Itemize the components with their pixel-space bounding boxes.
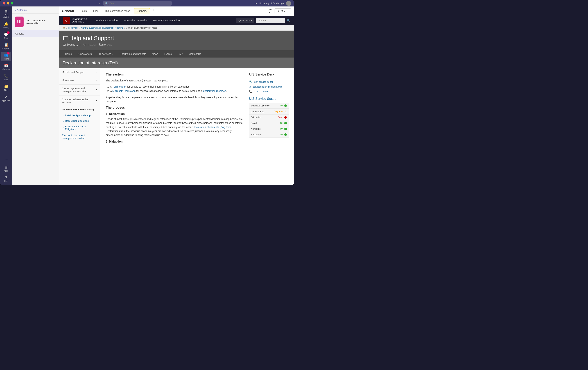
- sidebar-item-calls[interactable]: 📞 Calls: [1, 72, 11, 82]
- sidebar-item-assignments[interactable]: 📋 Assignme...: [1, 41, 11, 51]
- sidebar-link-install-approvals[interactable]: › Install the Approvals app: [59, 113, 100, 118]
- minimize-button[interactable]: [7, 2, 9, 4]
- teams-icon-bar: ⊞ Get started 🔔 Activity 💬3 Chat 📋 Assig…: [0, 7, 12, 185]
- logo-text: UNIVERSITY OF CAMBRIDGE: [72, 18, 87, 23]
- meet-button[interactable]: 🖥 Meet ▾: [274, 9, 291, 14]
- breadcrumb-central-systems[interactable]: Central systems and management reporting: [81, 27, 123, 29]
- doi-title: Declaration of Interests (DoI): [63, 61, 290, 65]
- declaration-recorded-link[interactable]: declaration recorded: [203, 90, 226, 92]
- all-teams-back-link[interactable]: ‹ All teams: [15, 9, 56, 11]
- warning-icon: ⚠: [284, 110, 287, 113]
- sidebar-item-chat[interactable]: 💬3 Chat: [1, 31, 11, 41]
- sidebar-edms-link[interactable]: Electronic document management system: [59, 132, 100, 142]
- nav-link-research[interactable]: Research at Cambridge: [150, 16, 183, 25]
- quick-links-button[interactable]: Quick links ▾: [236, 18, 254, 23]
- close-button[interactable]: [3, 2, 5, 4]
- sidebar-link-review-summary[interactable]: › Review Summary of Mitigations: [59, 124, 100, 132]
- hero-section: IT Help and Support University Informati…: [59, 31, 294, 50]
- breadcrumb-it-services[interactable]: IT services: [68, 27, 78, 29]
- sidebar-item-more[interactable]: ···: [1, 156, 11, 163]
- sub-nav-news[interactable]: News: [149, 50, 161, 58]
- sub-nav-contact[interactable]: Contact us ▾: [186, 50, 205, 58]
- channel-item-general[interactable]: General: [12, 30, 59, 37]
- sidebar-item-label: Approvals: [2, 100, 10, 102]
- sub-nav-it-services[interactable]: IT services ▾: [97, 50, 115, 58]
- sidebar-item-teams[interactable]: 👥8 Teams: [1, 51, 11, 61]
- add-tab-button[interactable]: +: [151, 8, 156, 14]
- chevron-down-icon: ▾: [172, 53, 173, 55]
- channel-tabs: Posts Files DOI committees report Suppor…: [78, 8, 156, 14]
- status-name-education: Education: [251, 116, 261, 119]
- status-dot-ok: [284, 104, 287, 107]
- service-status-title: UIS Service Status: [249, 97, 289, 101]
- title-bar: ‹ › 🔍 ··· University of Cambridge: [0, 0, 294, 7]
- content-right-sidebar: UIS Service Desk 🔧 Self-service portal ✉…: [249, 73, 289, 145]
- sub-nav-events[interactable]: Events ▾: [161, 50, 176, 58]
- svg-text:U: U: [65, 19, 67, 22]
- sub-nav-new-starters[interactable]: New starters ▾: [75, 50, 96, 58]
- sub-nav-home[interactable]: Home: [63, 50, 74, 58]
- status-badge-research: OK: [280, 134, 287, 136]
- uni-search-input[interactable]: [256, 18, 285, 23]
- self-service-link[interactable]: 🔧 Self-service portal: [249, 80, 289, 84]
- assignments-icon: 📋: [4, 43, 9, 47]
- sidebar-item-approvals[interactable]: ✓ Approvals: [1, 93, 11, 103]
- online-form-link[interactable]: online form: [114, 85, 126, 88]
- search-icon: 🔍: [105, 2, 109, 5]
- tab-posts[interactable]: Posts: [78, 8, 90, 14]
- status-name-business: Business systems: [251, 104, 270, 107]
- status-badge-education: Down: [278, 116, 287, 119]
- university-navbar: U UNIVERSITY OF CAMBRIDGE Study at Cambr…: [59, 16, 294, 25]
- back-button[interactable]: ‹: [97, 2, 97, 5]
- user-avatar[interactable]: [286, 1, 291, 6]
- sidebar-section-header-common-admin[interactable]: Common administrative services ∧: [59, 95, 100, 106]
- sidebar-item-activity[interactable]: 🔔 Activity: [1, 20, 11, 30]
- status-badge-email: OK: [280, 122, 287, 124]
- home-icon[interactable]: 🏠: [63, 27, 65, 29]
- sidebar-section-header-central-systems[interactable]: Central systems and management reporting…: [59, 84, 100, 95]
- sidebar-item-get-started[interactable]: ⊞ Get started: [1, 8, 11, 20]
- maximize-button[interactable]: [11, 2, 13, 4]
- breadcrumb-sep: /: [80, 27, 80, 29]
- chevron-right-icon: ›: [63, 114, 64, 116]
- sidebar-item-label: Get started: [2, 14, 10, 18]
- sidebar-item-files[interactable]: 📁 Files: [1, 83, 11, 92]
- chat-icon[interactable]: 💬: [268, 9, 273, 13]
- forward-button[interactable]: ›: [99, 2, 100, 5]
- teams-app-link[interactable]: Microsoft Teams app: [112, 90, 136, 92]
- system-together: Together they form a complete historical…: [106, 95, 244, 103]
- sub-nav-it-portfolios[interactable]: IT portfolios and projects: [116, 50, 149, 58]
- self-service-label: Self-service portal: [254, 81, 273, 83]
- sidebar-link-record-doi[interactable]: › Record DoI mitigations: [59, 118, 100, 124]
- channel-name: General: [15, 32, 24, 35]
- tab-doi-report[interactable]: DOI committees report: [102, 8, 133, 14]
- status-row-education: Education Down: [249, 114, 289, 120]
- sidebar-item-help[interactable]: ? Help: [1, 174, 11, 184]
- sidebar-item-label: Activity: [3, 27, 9, 29]
- nav-link-study[interactable]: Study at Cambridge: [92, 16, 121, 25]
- tab-support[interactable]: Support ▾: [134, 8, 150, 14]
- university-logo: U UNIVERSITY OF CAMBRIDGE: [63, 17, 87, 24]
- search-icon[interactable]: 🔍: [287, 19, 290, 22]
- search-input[interactable]: [110, 2, 170, 5]
- sidebar-section-header-it-help[interactable]: IT Help and Support ∧: [59, 68, 100, 76]
- sub-nav-a-z[interactable]: A-Z: [177, 50, 186, 58]
- sidebar-item-calendar[interactable]: 📅 Calendar: [1, 62, 11, 72]
- hero-subtitle: University Information Services: [63, 43, 290, 47]
- sidebar-item-label: Calls: [4, 79, 8, 81]
- sidebar-item-apps[interactable]: ⊞ Apps: [1, 164, 11, 173]
- doi-form-link[interactable]: declaration of interests (DoI) form: [194, 126, 231, 129]
- search-bar[interactable]: 🔍: [103, 1, 172, 6]
- teams-nav-header: ‹ All teams: [12, 7, 59, 14]
- sidebar-item-doi: Declaration of Interests (DoI): [59, 106, 100, 113]
- team-more-icon[interactable]: ···: [54, 20, 56, 23]
- more-menu-icon[interactable]: ···: [255, 2, 257, 5]
- nav-link-about[interactable]: About the University: [121, 16, 150, 25]
- system-parts-list: An online form for people to record thei…: [106, 85, 244, 93]
- tab-files[interactable]: Files: [90, 8, 102, 14]
- status-label-networks: OK: [280, 128, 283, 130]
- chevron-down-icon: ▾: [146, 10, 147, 12]
- email-link[interactable]: ✉ servicedesk@uis.cam.ac.uk: [249, 85, 289, 88]
- doi-header: Declaration of Interests (DoI): [59, 58, 294, 68]
- sidebar-section-header-it-services[interactable]: IT services ∧: [59, 76, 100, 84]
